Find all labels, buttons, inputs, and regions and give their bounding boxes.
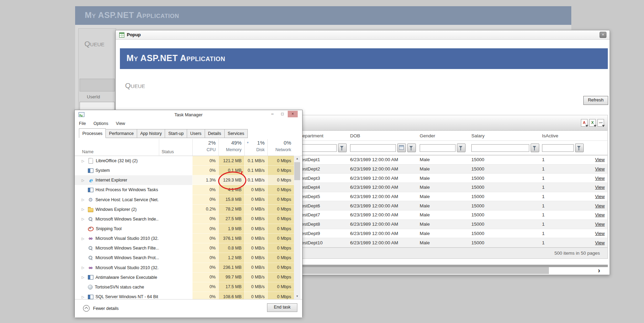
- process-network-value: 0 Mbps: [267, 292, 294, 300]
- cell-dob: 6/23/1989 12:00:00 AM: [348, 212, 418, 217]
- expander-icon[interactable]: ▷: [82, 237, 86, 241]
- view-link[interactable]: View: [595, 194, 605, 199]
- view-link[interactable]: View: [595, 185, 605, 190]
- filter-input-gender[interactable]: [420, 144, 456, 152]
- col-header-name[interactable]: Name: [82, 149, 93, 154]
- tm-column-header: Name Status 2% CPU 49% Memory 1% Disk 0%…: [75, 138, 302, 156]
- cell-dob: 6/23/1989 12:00:00 AM: [348, 231, 418, 236]
- tm-tab-app-history[interactable]: App history: [137, 129, 165, 138]
- tm-menu-options[interactable]: Options: [93, 121, 108, 126]
- window-icon: [88, 275, 93, 280]
- pdf-export-icon[interactable]: A: [581, 119, 587, 127]
- grid-col-header-department[interactable]: Department: [297, 133, 348, 138]
- expander-icon[interactable]: ▷: [82, 217, 86, 221]
- process-row[interactable]: Snipping Tool0%1.9 MB0 MB/s0 Mbps: [75, 224, 294, 234]
- col-header-memory[interactable]: Memory: [218, 147, 242, 152]
- tm-menu-view[interactable]: View: [116, 121, 125, 126]
- filter-button-dob[interactable]: [407, 144, 416, 152]
- process-row[interactable]: ▷LibreOffice (32 bit) (2)0%121.2 MB0.1 M…: [75, 156, 294, 166]
- date-picker-button[interactable]: [397, 144, 406, 152]
- vertical-scrollbar[interactable]: ▲ ▼: [294, 156, 300, 299]
- expander-icon[interactable]: ▷: [82, 266, 86, 270]
- cell-salary: 15000: [469, 176, 540, 181]
- view-link[interactable]: View: [595, 176, 605, 181]
- process-row[interactable]: System0%0.1 MB0.1 MB/s0 Mbps: [75, 166, 294, 175]
- filter-input-department[interactable]: [299, 144, 337, 152]
- view-link[interactable]: View: [595, 240, 605, 245]
- maximize-icon[interactable]: □: [277, 111, 287, 117]
- process-cpu-value: 0%: [192, 282, 218, 292]
- grid-col-header-gender[interactable]: Gender: [418, 133, 469, 138]
- process-memory-value: 0.8 MB: [218, 243, 244, 253]
- expander-icon[interactable]: ▷: [82, 295, 86, 299]
- vscroll-thumb[interactable]: [294, 162, 300, 180]
- scroll-right-icon[interactable]: ›: [598, 266, 600, 274]
- cell-department: TestDept2: [297, 166, 348, 172]
- process-row[interactable]: ▷⚙Service Host: Local Service (Net...0%1…: [75, 195, 294, 205]
- tm-tab-processes[interactable]: Processes: [79, 128, 106, 138]
- background-section-title: Queue: [84, 40, 104, 48]
- scroll-up-icon[interactable]: ▲: [294, 156, 300, 162]
- process-row[interactable]: Microsoft Windows Search Filte...0%0.8 M…: [75, 243, 294, 253]
- view-link[interactable]: View: [595, 166, 605, 172]
- filter-input-salary[interactable]: [471, 144, 529, 152]
- process-row[interactable]: ▷Microsoft Windows Search Inde...0%27.5 …: [75, 214, 294, 224]
- csv-export-icon[interactable]: csv: [597, 119, 604, 127]
- filter-button-salary[interactable]: [531, 144, 539, 152]
- view-link[interactable]: View: [595, 157, 605, 162]
- col-header-disk[interactable]: Disk: [244, 147, 265, 152]
- filter-button-department[interactable]: [338, 144, 347, 152]
- excel-export-icon[interactable]: X: [589, 119, 596, 127]
- filter-input-dob[interactable]: [350, 144, 396, 152]
- tm-tab-users[interactable]: Users: [187, 129, 205, 138]
- col-header-status[interactable]: Status: [162, 149, 174, 154]
- col-header-network[interactable]: Network: [267, 147, 291, 152]
- process-network-value: 0 Mbps: [267, 273, 294, 282]
- expander-icon[interactable]: ▷: [82, 198, 86, 202]
- end-task-button[interactable]: End task: [267, 303, 297, 312]
- view-link[interactable]: View: [595, 231, 605, 236]
- process-disk-value: 0 MB/s: [244, 273, 267, 282]
- filter-button-is_active[interactable]: [575, 144, 584, 152]
- process-cpu-value: 0%: [192, 263, 218, 273]
- export-buttons: A X csv: [581, 119, 604, 127]
- view-link[interactable]: View: [595, 212, 605, 217]
- tm-menu-bar: FileOptionsView: [79, 120, 125, 127]
- tm-tab-start-up[interactable]: Start-up: [165, 129, 187, 138]
- process-row[interactable]: Host Process for Windows Tasks0%4.1 MB0 …: [75, 185, 294, 195]
- tm-tab-details[interactable]: Details: [205, 129, 225, 138]
- process-row[interactable]: ▷∞Microsoft Visual Studio 2010 (32...0%3…: [75, 234, 294, 243]
- expander-icon[interactable]: ▷: [82, 207, 86, 211]
- expander-icon[interactable]: ▷: [82, 275, 86, 279]
- tm-tab-services[interactable]: Services: [224, 129, 248, 138]
- process-row[interactable]: ▷Antimalware Service Executable0%99.7 MB…: [75, 273, 294, 282]
- process-row[interactable]: Microsoft Windows Search Prot...0%1.2 MB…: [75, 253, 294, 263]
- minimize-icon[interactable]: –: [267, 111, 277, 117]
- fewer-details-toggle[interactable]: Fewer details: [83, 305, 119, 312]
- grid-col-header-dob[interactable]: DOB: [348, 133, 418, 138]
- view-link[interactable]: View: [595, 203, 605, 208]
- popup-close-button[interactable]: ×: [600, 32, 606, 38]
- view-link[interactable]: View: [595, 222, 605, 227]
- scroll-down-icon[interactable]: ▼: [294, 293, 300, 299]
- refresh-button[interactable]: Refresh: [583, 96, 608, 105]
- process-status: [159, 243, 192, 253]
- process-memory-value: 129.3 MB: [218, 175, 244, 185]
- col-header-cpu[interactable]: CPU: [192, 147, 216, 152]
- tm-menu-file[interactable]: File: [79, 121, 86, 126]
- process-row[interactable]: TortoiseSVN status cache0%17.5 MB0 MB/s0…: [75, 282, 294, 292]
- process-row[interactable]: ▷SQL Server Windows NT - 64 Bit0%108.6 M…: [75, 292, 294, 300]
- filter-button-gender[interactable]: [457, 144, 466, 152]
- grid-col-header-salary[interactable]: Salary: [469, 133, 540, 138]
- close-icon[interactable]: ×: [288, 111, 298, 117]
- tm-tab-performance[interactable]: Performance: [105, 129, 137, 138]
- process-memory-value: 99.7 MB: [218, 273, 244, 282]
- expander-icon[interactable]: ▷: [82, 159, 86, 163]
- process-row[interactable]: ▷eInternet Explorer1.3%129.3 MB0.1 MB/s0…: [75, 175, 294, 185]
- filter-input-is_active[interactable]: [542, 144, 574, 152]
- process-row[interactable]: ▷∞Microsoft Visual Studio 2010 (32...0%2…: [75, 263, 294, 273]
- process-row[interactable]: ▷Windows Explorer (2)0.2%78.2 MB0 MB/s0 …: [75, 205, 294, 214]
- grid-col-header-is_active[interactable]: IsActive: [540, 133, 586, 138]
- cell-is_active: 1: [540, 166, 586, 172]
- expander-icon[interactable]: ▷: [82, 178, 86, 182]
